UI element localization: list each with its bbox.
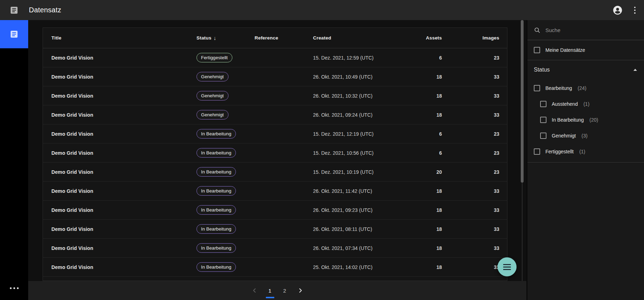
scrollbar-thumb[interactable] — [521, 20, 524, 183]
status-filter-item[interactable]: In Bearbeitung (20) — [527, 112, 644, 128]
row-title: Demo Grid Vision — [51, 169, 196, 175]
row-images: 33 — [442, 188, 499, 194]
row-assets: 18 — [401, 112, 442, 118]
status-section-header[interactable]: Status — [527, 60, 644, 79]
status-filter-checkbox[interactable] — [534, 85, 540, 91]
table-row[interactable]: Demo Grid Vision Genehmigt 26. Okt. 2021… — [43, 67, 507, 86]
status-filter-count: (24) — [578, 85, 587, 91]
status-filter-label: Ausstehend — [552, 101, 578, 107]
table-menu-fab[interactable] — [498, 257, 517, 276]
scrollbar-track — [522, 183, 523, 281]
row-title: Demo Grid Vision — [51, 112, 196, 118]
status-filter-checkbox[interactable] — [534, 148, 540, 155]
status-filter-item[interactable]: Ausstehend (1) — [527, 96, 644, 112]
row-assets: 6 — [401, 131, 442, 137]
row-status-cell: In Bearbeitung — [196, 167, 255, 177]
sidebar-more-button[interactable] — [0, 285, 28, 291]
column-header-reference[interactable]: Reference — [255, 35, 313, 41]
table-row[interactable]: Demo Grid Vision Genehmigt 26. Okt. 2021… — [43, 105, 507, 124]
row-created: 26. Okt. 2021, 10:49 (UTC) — [313, 74, 401, 80]
row-status-cell: In Bearbeitung — [196, 243, 255, 253]
row-assets: 18 — [401, 93, 442, 99]
column-header-title[interactable]: Title — [51, 35, 196, 41]
status-filter-item[interactable]: Genehmigt (3) — [527, 128, 644, 143]
row-images: 23 — [442, 150, 499, 156]
row-assets: 6 — [401, 150, 442, 156]
chevron-right-icon — [298, 288, 303, 293]
row-title: Demo Grid Vision — [51, 264, 196, 270]
row-title: Demo Grid Vision — [51, 93, 196, 99]
status-badge: Fertiggestellt — [196, 53, 232, 62]
column-header-created[interactable]: Created — [313, 35, 401, 41]
row-created: 25. Okt. 2021, 14:02 (UTC) — [313, 264, 401, 270]
row-created: 26. Okt. 2021, 07:34 (UTC) — [313, 245, 401, 251]
status-filter-item[interactable]: Fertiggestellt (1) — [527, 143, 644, 159]
article-icon — [10, 6, 19, 15]
status-filter-checkbox[interactable] — [540, 117, 546, 123]
status-section-title: Status — [534, 67, 550, 73]
row-images: 23 — [442, 55, 499, 61]
left-sidebar — [0, 20, 28, 300]
account-button[interactable] — [609, 0, 626, 20]
search-input[interactable]: Suche — [527, 20, 644, 40]
row-title: Demo Grid Vision — [51, 226, 196, 232]
status-filter-label: Genehmigt — [552, 133, 576, 139]
row-status-cell: In Bearbeitung — [196, 129, 255, 139]
table-row[interactable]: Demo Grid Vision In Bearbeitung 26. Okt.… — [43, 220, 507, 239]
previous-page-button[interactable] — [249, 281, 260, 300]
table-row[interactable]: Demo Grid Vision In Bearbeitung 26. Okt.… — [43, 182, 507, 201]
status-filter-checkbox[interactable] — [540, 133, 546, 139]
status-filter-checkbox[interactable] — [540, 101, 546, 107]
my-datasets-label: Meine Datensätze — [545, 47, 585, 53]
status-filter-count: (1) — [583, 101, 589, 107]
main-content: Title Status ↓ Reference Created Assets … — [28, 20, 526, 300]
table-row[interactable]: Demo Grid Vision Fertiggestellt 15. Dez.… — [43, 48, 507, 67]
page-button-2[interactable]: 2 — [280, 281, 289, 300]
page-button-1[interactable]: 1 — [265, 281, 275, 300]
article-icon — [10, 30, 19, 39]
row-created: 26. Okt. 2021, 09:24 (UTC) — [313, 112, 401, 118]
table-row[interactable]: Demo Grid Vision In Bearbeitung 15. Dez.… — [43, 163, 507, 182]
table-row[interactable]: Demo Grid Vision In Bearbeitung 15. Dez.… — [43, 143, 507, 163]
my-datasets-filter[interactable]: Meine Datensätze — [527, 40, 644, 60]
row-status-cell: In Bearbeitung — [196, 224, 255, 234]
table-row[interactable]: Demo Grid Vision In Bearbeitung 25. Okt.… — [43, 258, 507, 277]
status-badge: Genehmigt — [196, 110, 229, 120]
row-images: 33 — [442, 226, 499, 232]
table-header-row: Title Status ↓ Reference Created Assets … — [43, 28, 507, 48]
row-status-cell: In Bearbeitung — [196, 205, 255, 215]
row-status-cell: Genehmigt — [196, 91, 255, 100]
table-body: Demo Grid Vision Fertiggestellt 15. Dez.… — [43, 48, 507, 277]
row-assets: 18 — [401, 207, 442, 213]
search-icon — [534, 27, 540, 33]
row-images: 23 — [442, 131, 499, 137]
row-assets: 18 — [401, 245, 442, 251]
table-row[interactable]: Demo Grid Vision In Bearbeitung 26. Okt.… — [43, 239, 507, 258]
table-row[interactable]: Demo Grid Vision In Bearbeitung 15. Dez.… — [43, 124, 507, 143]
status-filter-item[interactable]: Bearbeitung (24) — [527, 80, 644, 96]
column-header-assets[interactable]: Assets — [401, 35, 442, 41]
triangle-up-icon — [633, 69, 637, 71]
row-assets: 18 — [401, 188, 442, 194]
table-row[interactable]: Demo Grid Vision In Bearbeitung 26. Okt.… — [43, 201, 507, 220]
sidebar-item-datasets[interactable] — [0, 20, 28, 48]
table-row[interactable]: Demo Grid Vision Genehmigt 26. Okt. 2021… — [43, 86, 507, 105]
my-datasets-checkbox[interactable] — [534, 47, 540, 53]
column-header-status[interactable]: Status ↓ — [196, 35, 255, 41]
status-filter-label: Fertiggestellt — [545, 149, 574, 154]
row-status-cell: In Bearbeitung — [196, 186, 255, 196]
hamburger-menu-icon — [503, 264, 511, 270]
row-images: 33 — [442, 245, 499, 251]
status-filter-count: (20) — [589, 117, 598, 123]
row-created: 26. Okt. 2021, 11:42 (UTC) — [313, 188, 401, 194]
row-status-cell: Genehmigt — [196, 110, 255, 120]
row-title: Demo Grid Vision — [51, 131, 196, 137]
row-status-cell: In Bearbeitung — [196, 148, 255, 158]
row-assets: 18 — [401, 264, 442, 270]
column-header-images[interactable]: Images — [442, 35, 499, 41]
row-title: Demo Grid Vision — [51, 55, 196, 61]
nav-menu-button[interactable] — [0, 0, 28, 20]
next-page-button[interactable] — [295, 281, 306, 300]
overflow-menu-button[interactable] — [626, 0, 644, 20]
status-filter-label: In Bearbeitung — [552, 117, 584, 123]
